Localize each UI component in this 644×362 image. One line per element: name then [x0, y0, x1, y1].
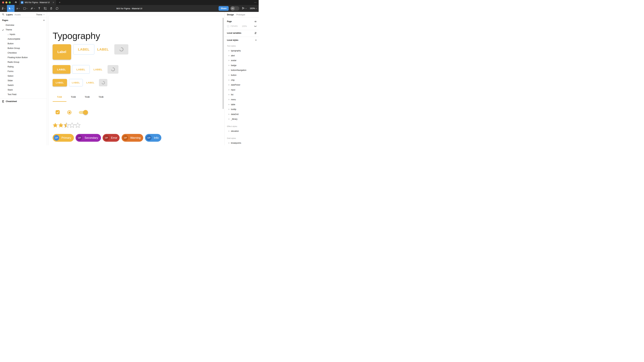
page-fill-hex[interactable]: F3F4F6: [230, 25, 238, 28]
disclosure-icon[interactable]: [229, 50, 230, 51]
sidebar-item-inputs[interactable]: ↓ Inputs: [0, 32, 47, 37]
disclosure-icon[interactable]: [229, 99, 230, 100]
outlined-button-small[interactable]: LABEL: [69, 79, 83, 86]
disclosure-icon[interactable]: [229, 75, 230, 76]
local-variables-section[interactable]: Local variables: [227, 31, 257, 35]
share-button[interactable]: Share: [218, 6, 229, 11]
page-fill-row[interactable]: F3F4F6 100%: [227, 25, 257, 28]
style-row-alert[interactable]: alert: [229, 54, 257, 57]
style-row-datagrid[interactable]: dataGrid: [229, 113, 257, 116]
page-fill-swatch[interactable]: [227, 25, 229, 28]
canvas-scrollbar[interactable]: [223, 18, 224, 109]
chip-info[interactable]: OP Info: [145, 134, 161, 142]
sidebar-item-button-group[interactable]: Button Group: [0, 46, 47, 51]
minimize-window-button[interactable]: [6, 2, 8, 4]
dev-mode-toggle[interactable]: </>: [230, 6, 239, 11]
text-button-small[interactable]: LABEL: [85, 79, 96, 86]
sidebar-item-button[interactable]: Button: [0, 41, 47, 46]
more-menu-icon[interactable]: ⋯: [254, 0, 257, 5]
chip-warning[interactable]: OP Warning: [122, 134, 143, 142]
style-row-avatar[interactable]: avatar: [229, 59, 257, 62]
style-row-list[interactable]: list: [229, 93, 257, 96]
chevron-down-icon[interactable]: [246, 8, 246, 9]
star-full-icon[interactable]: [52, 122, 58, 128]
zoom-window-button[interactable]: [9, 2, 11, 4]
style-row-table[interactable]: table: [229, 103, 257, 106]
sidebar-item-checkbox[interactable]: Checkbox: [0, 51, 47, 55]
star-empty-icon[interactable]: [75, 122, 80, 128]
sidebar-item-slider[interactable]: Slider: [0, 78, 47, 83]
style-row-bottomnavigation[interactable]: bottomNavigation: [229, 69, 257, 72]
chip-error[interactable]: OP Error: [102, 134, 120, 142]
variables-icon[interactable]: [254, 32, 257, 34]
star-empty-icon[interactable]: [69, 122, 75, 128]
disclosure-icon[interactable]: [229, 114, 230, 115]
chip-secondary[interactable]: OP Secondary: [76, 134, 101, 142]
close-tab-icon[interactable]: ✕: [52, 1, 54, 4]
page-selector[interactable]: Theme: [36, 14, 45, 16]
style-row-badge[interactable]: badge: [229, 64, 257, 67]
style-row-button[interactable]: button: [229, 74, 257, 77]
zoom-menu[interactable]: 163%: [250, 7, 257, 10]
sidebar-item-floating-action-button[interactable]: Floating Action Button: [0, 55, 47, 60]
text-button-large[interactable]: LABEL: [95, 44, 111, 55]
rating[interactable]: [52, 122, 80, 128]
style-row-breakpoints[interactable]: breakpoints: [229, 141, 257, 145]
outlined-button-medium[interactable]: LABEL: [72, 65, 90, 74]
new-tab-button[interactable]: +: [59, 1, 60, 4]
text-tool-button[interactable]: T: [36, 5, 42, 12]
style-row-datepicker[interactable]: datePicker: [229, 83, 257, 87]
disclosure-icon[interactable]: [229, 104, 230, 105]
sidebar-item-rating[interactable]: Rating: [0, 64, 47, 69]
home-button[interactable]: [13, 0, 19, 5]
main-menu-button[interactable]: [0, 5, 7, 12]
contained-button-small[interactable]: LABEL: [52, 79, 67, 86]
disclosure-icon[interactable]: [229, 84, 230, 86]
style-row-library[interactable]: _library: [229, 117, 257, 121]
star-full-icon[interactable]: [58, 122, 64, 128]
canvas[interactable]: Typography Typography Label LABEL LABEL …: [47, 12, 224, 145]
style-row-typography[interactable]: typography: [229, 49, 257, 52]
switch-knob[interactable]: [83, 110, 88, 115]
sidebar-item-theme[interactable]: Theme: [0, 28, 47, 32]
style-row-chip[interactable]: chip: [229, 78, 257, 82]
contained-button-large[interactable]: Label: [52, 44, 71, 60]
sidebar-item-overview[interactable]: Overview: [0, 23, 47, 28]
cheatsheet-section[interactable]: Cheatsheet: [0, 99, 47, 103]
style-row-tooltip[interactable]: tooltip: [229, 108, 257, 111]
style-row-menu[interactable]: menu: [229, 98, 257, 101]
loading-button-large[interactable]: [114, 44, 128, 55]
disclosure-icon[interactable]: [229, 70, 230, 71]
shape-tool-button[interactable]: [22, 5, 29, 12]
add-page-button[interactable]: +: [43, 19, 45, 22]
tab-item-active[interactable]: TAB: [52, 95, 66, 99]
disclosure-icon[interactable]: [229, 94, 230, 95]
tab-item[interactable]: TAB: [80, 95, 94, 99]
style-row-input[interactable]: input: [229, 88, 257, 91]
tab-layers[interactable]: Layers: [6, 14, 13, 16]
present-button[interactable]: [242, 7, 246, 10]
sidebar-item-stack[interactable]: Stack: [0, 88, 47, 92]
loading-button-medium[interactable]: [108, 65, 118, 74]
disclosure-icon[interactable]: [229, 60, 230, 61]
tab-design[interactable]: Design: [227, 14, 234, 16]
sidebar-item-autocomplete[interactable]: Autocomplete: [0, 37, 47, 41]
disclosure-icon[interactable]: [229, 109, 230, 110]
document-tab[interactable]: MUI for Figma - Material UI ✕: [19, 0, 56, 5]
pen-tool-button[interactable]: [29, 5, 36, 12]
tab-assets[interactable]: Assets: [14, 14, 21, 16]
disclosure-icon[interactable]: [229, 79, 230, 81]
star-half-icon[interactable]: [64, 122, 69, 128]
text-button-medium[interactable]: LABEL: [92, 65, 104, 74]
disclosure-icon[interactable]: [229, 55, 230, 56]
tab-item[interactable]: TAB: [94, 95, 108, 99]
disclosure-icon[interactable]: [229, 142, 230, 144]
add-style-button[interactable]: +: [255, 39, 257, 42]
style-row-elevation[interactable]: elevation: [229, 129, 257, 133]
disclosure-icon[interactable]: [229, 130, 230, 132]
loading-button-small[interactable]: [99, 79, 108, 86]
sidebar-item-forms[interactable]: Forms: [0, 69, 47, 74]
page-fill-opacity[interactable]: 100%: [242, 25, 247, 28]
eye-closed-icon[interactable]: [254, 26, 257, 27]
resources-tool-button[interactable]: [42, 5, 48, 12]
